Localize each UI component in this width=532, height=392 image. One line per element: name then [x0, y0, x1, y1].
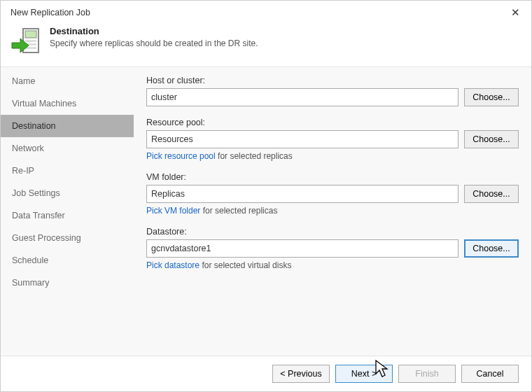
destination-form: Host or cluster: Choose... Resource pool…	[134, 67, 531, 356]
previous-button[interactable]: < Previous	[272, 365, 330, 383]
cancel-button[interactable]: Cancel	[461, 365, 519, 383]
page-title: Destination	[50, 26, 258, 36]
next-button[interactable]: Next >	[335, 365, 393, 383]
sidebar-item-virtual-machines[interactable]: Virtual Machines	[1, 92, 134, 115]
host-input[interactable]	[146, 88, 458, 106]
sidebar-item-guest-processing[interactable]: Guest Processing	[1, 227, 134, 249]
datastore-choose-button[interactable]: Choose...	[464, 239, 519, 258]
datastore-label: Datastore:	[146, 227, 519, 237]
pick-resource-pool-link[interactable]: Pick resource pool	[146, 151, 216, 161]
host-choose-button[interactable]: Choose...	[464, 88, 519, 106]
resource-pool-choose-button[interactable]: Choose...	[464, 130, 519, 148]
wizard-footer: < Previous Next > Finish Cancel	[1, 356, 531, 391]
sidebar-item-job-settings[interactable]: Job Settings	[1, 182, 134, 204]
datastore-input[interactable]	[146, 239, 458, 258]
pick-datastore-link[interactable]: Pick datastore	[146, 260, 200, 270]
svg-rect-1	[25, 31, 36, 38]
resource-pool-input[interactable]	[146, 130, 458, 148]
vm-folder-hint: Pick VM folder for selected replicas	[146, 206, 519, 216]
vm-folder-input[interactable]	[146, 185, 458, 203]
vm-folder-label: VM folder:	[146, 172, 519, 182]
vm-folder-choose-button[interactable]: Choose...	[464, 185, 519, 203]
pick-vm-folder-link[interactable]: Pick VM folder	[146, 206, 200, 216]
sidebar-item-data-transfer[interactable]: Data Transfer	[1, 204, 134, 227]
close-icon[interactable]: ✕	[508, 6, 523, 19]
page-header: Destination Specify where replicas shoul…	[1, 22, 531, 66]
resource-pool-hint: Pick resource pool for selected replicas	[146, 151, 519, 161]
sidebar-item-network[interactable]: Network	[1, 137, 134, 160]
finish-button: Finish	[398, 365, 456, 383]
sidebar-item-destination[interactable]: Destination	[1, 115, 134, 137]
wizard-steps-sidebar: Name Virtual Machines Destination Networ…	[1, 67, 134, 356]
svg-rect-2	[25, 40, 36, 42]
sidebar-item-schedule[interactable]: Schedule	[1, 249, 134, 272]
sidebar-item-re-ip[interactable]: Re-IP	[1, 160, 134, 182]
host-label: Host or cluster:	[146, 76, 519, 85]
sidebar-item-name[interactable]: Name	[1, 70, 134, 92]
page-subtitle: Specify where replicas should be created…	[50, 38, 258, 48]
destination-icon	[10, 26, 41, 57]
sidebar-item-summary[interactable]: Summary	[1, 272, 134, 294]
datastore-hint: Pick datastore for selected virtual disk…	[146, 260, 519, 270]
window-title: New Replication Job	[10, 8, 90, 18]
resource-pool-label: Resource pool:	[146, 118, 519, 127]
